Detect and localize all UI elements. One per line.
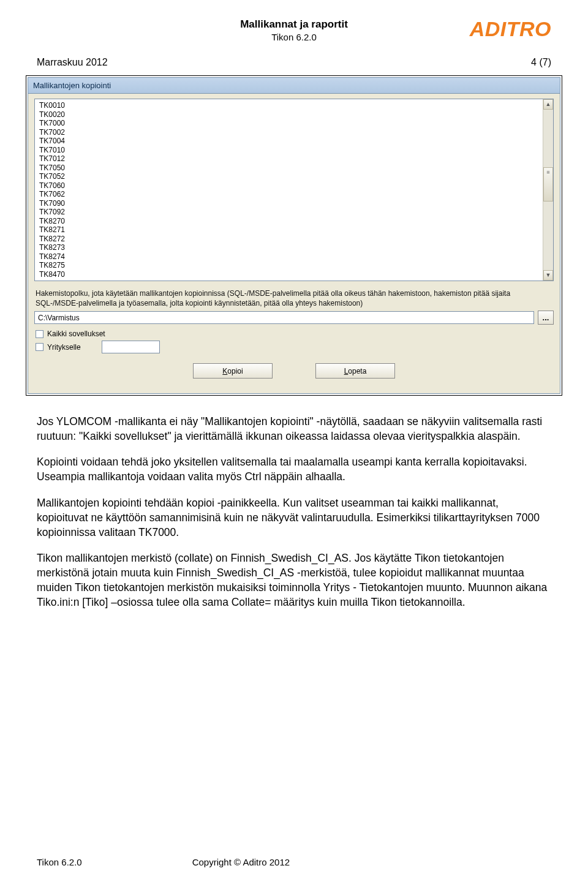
paragraph: Mallikantojen kopiointi tehdään kopioi -… xyxy=(37,496,551,540)
database-listbox[interactable]: TK0010 TK0020 TK7000 TK7002 TK7004 TK701… xyxy=(34,99,554,281)
paragraph: Tikon mallikantojen merkistö (collate) o… xyxy=(37,551,551,610)
scroll-thumb[interactable]: ≡ xyxy=(543,167,553,202)
screenshot-frame: Mallikantojen kopiointi TK0010 TK0020 TK… xyxy=(26,75,562,396)
quit-button[interactable]: Lopeta xyxy=(315,363,395,379)
footer: Tikon 6.2.0 Copyright © Aditro 2012 xyxy=(37,857,551,867)
list-item[interactable]: TK7062 xyxy=(39,190,538,199)
dialog-window: Mallikantojen kopiointi TK0010 TK0020 TK… xyxy=(28,77,560,394)
list-item[interactable]: TK7000 xyxy=(39,119,538,128)
dialog-titlebar: Mallikantojen kopiointi xyxy=(28,78,560,94)
path-input[interactable] xyxy=(34,311,534,324)
paragraph: Jos YLOMCOM -mallikanta ei näy "Mallikan… xyxy=(37,414,551,443)
scroll-up-icon[interactable]: ▲ xyxy=(543,99,553,110)
company-label: Yritykselle xyxy=(47,343,81,352)
scroll-track[interactable]: ≡ xyxy=(543,110,553,270)
list-item[interactable]: TK8271 xyxy=(39,225,538,235)
list-item[interactable]: TK7050 xyxy=(39,164,538,173)
page-number: 4 (7) xyxy=(531,57,551,68)
company-input[interactable] xyxy=(102,341,160,353)
scrollbar[interactable]: ▲ ≡ ▼ xyxy=(543,99,553,281)
scroll-down-icon[interactable]: ▼ xyxy=(543,270,553,281)
list-item[interactable]: TK7002 xyxy=(39,128,538,137)
list-item[interactable]: TK7010 xyxy=(39,146,538,155)
list-items[interactable]: TK0010 TK0020 TK7000 TK7002 TK7004 TK701… xyxy=(35,99,543,281)
list-item[interactable]: TK7092 xyxy=(39,208,538,217)
doc-date: Marraskuu 2012 xyxy=(37,57,108,68)
list-item[interactable]: TK7052 xyxy=(39,172,538,181)
company-checkbox[interactable] xyxy=(36,343,43,351)
footer-right: Copyright © Aditro 2012 xyxy=(192,857,290,867)
list-item[interactable]: TK0010 xyxy=(39,101,538,110)
list-item[interactable]: TK0020 xyxy=(39,110,538,119)
list-item[interactable]: TK8272 xyxy=(39,235,538,244)
help-text: Hakemistopolku, jota käytetään mallikant… xyxy=(28,285,560,309)
list-item[interactable]: TK8470 xyxy=(39,270,538,279)
body-text: Jos YLOMCOM -mallikanta ei näy "Mallikan… xyxy=(0,396,588,627)
all-apps-label: Kaikki sovellukset xyxy=(47,330,105,338)
browse-button[interactable]: ... xyxy=(538,311,554,325)
all-apps-checkbox[interactable] xyxy=(36,330,43,338)
list-item[interactable]: TK7004 xyxy=(39,137,538,146)
list-item[interactable]: TK7090 xyxy=(39,199,538,208)
list-item[interactable]: TK7060 xyxy=(39,181,538,190)
list-item[interactable]: TK7012 xyxy=(39,154,538,164)
list-item[interactable]: TK8274 xyxy=(39,252,538,262)
aditro-logo: ADITRO xyxy=(470,17,551,41)
footer-left: Tikon 6.2.0 xyxy=(37,857,82,867)
page-header: Mallikannat ja raportit Tikon 6.2.0 ADIT… xyxy=(0,0,588,48)
list-item[interactable]: TK8270 xyxy=(39,217,538,226)
copy-button[interactable]: Kopioi xyxy=(193,363,273,379)
list-item[interactable]: TK8273 xyxy=(39,243,538,252)
list-item[interactable]: TK8275 xyxy=(39,261,538,270)
paragraph: Kopiointi voidaan tehdä joko yksitellen … xyxy=(37,454,551,484)
